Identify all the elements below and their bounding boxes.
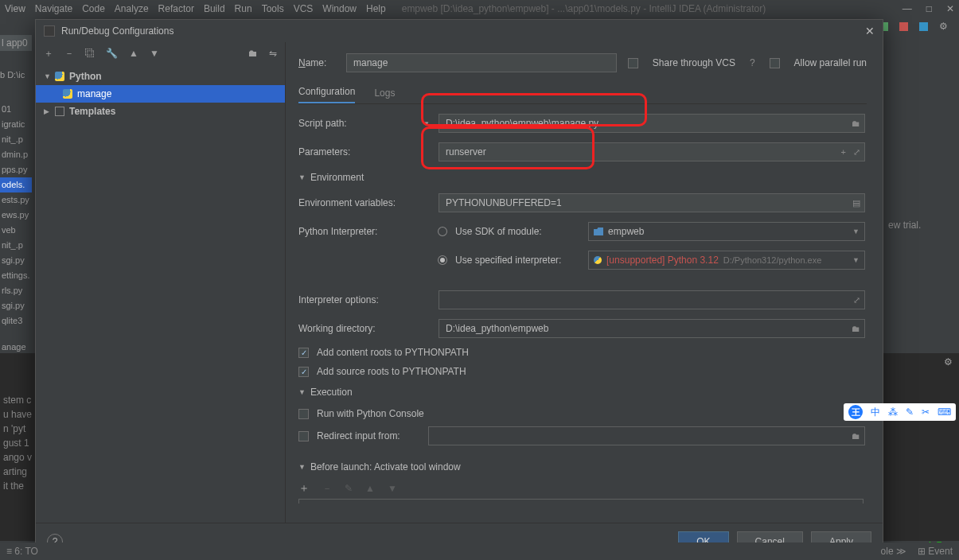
interp-options-label: Interpreter options: [298, 294, 415, 305]
gear-icon[interactable]: ⚙ [939, 21, 948, 32]
ime-item[interactable]: 中 [871, 406, 880, 419]
menu-item[interactable]: Help [366, 3, 386, 14]
ime-item[interactable]: ⁂ [888, 406, 898, 418]
file-row[interactable]: dmin.p [0, 147, 32, 162]
interpreter-select[interactable]: [unsupported] Python 3.12 D:/Python312/p… [588, 251, 865, 270]
down-icon[interactable]: ▼ [388, 483, 397, 494]
ime-badge-icon[interactable]: 王 [848, 405, 863, 419]
edit-icon[interactable]: ✎ [345, 483, 353, 494]
folder-icon[interactable]: 🖿 [248, 48, 258, 59]
chevron-down-icon: ▼ [852, 228, 860, 235]
add-source-checkbox[interactable] [298, 367, 309, 377]
intellij-icon [44, 25, 55, 37]
use-sdk-radio[interactable] [438, 227, 447, 236]
up-icon[interactable]: ▲ [365, 483, 375, 494]
menu-item[interactable]: Tools [262, 3, 284, 14]
down-icon[interactable]: ▼ [150, 48, 159, 59]
run-console-checkbox[interactable] [298, 409, 309, 419]
tree-templates[interactable]: ▶ Templates [36, 103, 285, 120]
chevron-down-icon: ▼ [298, 388, 306, 396]
file-row[interactable]: 01 [0, 102, 32, 117]
file-row[interactable]: nit_.p [0, 238, 32, 253]
module-name: empweb [608, 226, 644, 237]
menu-item[interactable]: Refactor [158, 3, 194, 14]
menu-item[interactable]: Analyze [115, 3, 149, 14]
file-row[interactable]: ests.py [0, 192, 32, 208]
file-row[interactable]: odels. [0, 177, 32, 192]
menu-item[interactable]: Window [322, 3, 357, 14]
config-sidebar: ＋ － ⿻ 🔧 ▲ ▼ 🖿 ⇋ ▼ Python manage [36, 42, 286, 523]
ime-item[interactable]: ✂ [922, 406, 930, 418]
ime-item[interactable]: ✎ [906, 406, 914, 418]
file-row[interactable]: nit_.p [0, 132, 32, 147]
redirect-checkbox[interactable] [298, 431, 309, 441]
expand-icon[interactable]: ⤢ [853, 147, 860, 158]
status-item[interactable]: ⊞ Event [918, 546, 953, 557]
minimize-icon[interactable]: — [902, 3, 912, 14]
redirect-input[interactable] [428, 426, 865, 445]
plus-icon[interactable]: + [841, 147, 846, 157]
use-specified-radio[interactable] [438, 255, 447, 265]
file-row[interactable]: qlite3 [0, 313, 32, 329]
menu-item[interactable]: Navigate [35, 3, 72, 14]
module-select[interactable]: empweb ▼ [588, 222, 865, 241]
maximize-icon[interactable]: □ [926, 3, 932, 14]
status-left[interactable]: ≡ 6: TO [6, 546, 38, 557]
file-row[interactable]: ews.py [0, 208, 32, 223]
config-tabs: Configuration Logs [298, 80, 867, 104]
environment-section[interactable]: ▼ Environment [298, 166, 865, 189]
file-row[interactable]: sgi.py [0, 253, 32, 268]
add-icon[interactable]: ＋ [44, 47, 53, 60]
menu-item[interactable]: View [5, 3, 25, 14]
before-launch-section[interactable]: ▼ Before launch: Activate tool window [298, 456, 865, 478]
name-input[interactable] [346, 53, 617, 72]
remove-icon[interactable]: － [322, 482, 332, 496]
chevron-down-icon[interactable]: ▼ [423, 120, 431, 127]
file-row[interactable]: sgi.py [0, 298, 32, 313]
menu-item[interactable]: Code [82, 3, 105, 14]
up-icon[interactable]: ▲ [129, 48, 138, 59]
parameters-input[interactable] [439, 142, 865, 161]
close-icon[interactable]: ✕ [865, 25, 875, 37]
add-icon[interactable]: ＋ [298, 481, 310, 496]
file-row[interactable]: ettings. [0, 268, 32, 283]
file-row[interactable]: rls.py [0, 283, 32, 298]
editor-tab[interactable]: l app0 [0, 35, 32, 51]
share-vcs-checkbox[interactable] [628, 58, 638, 68]
remove-icon[interactable]: － [64, 47, 74, 60]
wrench-icon[interactable]: 🔧 [106, 48, 118, 59]
gear-icon[interactable]: ⚙ [944, 355, 953, 369]
file-row[interactable]: veb [0, 223, 32, 238]
ime-item[interactable]: ⌨ [938, 406, 951, 418]
browse-icon[interactable]: 🖿 [852, 324, 860, 333]
env-vars-input[interactable] [439, 193, 865, 212]
close-window-icon[interactable]: ✕ [946, 3, 954, 14]
tab-configuration[interactable]: Configuration [298, 86, 355, 103]
menu-item[interactable]: VCS [294, 3, 314, 14]
status-item[interactable]: ole ≫ [881, 546, 906, 557]
list-icon[interactable]: ▤ [852, 198, 860, 208]
menu-item[interactable]: Run [235, 3, 252, 14]
tab-logs[interactable]: Logs [374, 88, 395, 103]
copy-icon[interactable]: ⿻ [85, 48, 95, 59]
tree-manage[interactable]: manage [36, 85, 285, 103]
execution-section[interactable]: ▼ Execution [298, 381, 865, 403]
expand-icon[interactable]: ⤢ [853, 295, 860, 305]
layout-icon[interactable] [919, 22, 928, 31]
interp-options-input[interactable] [439, 290, 865, 309]
file-row[interactable]: pps.py [0, 162, 32, 177]
menu-item[interactable]: Build [204, 3, 225, 14]
stop-icon[interactable] [899, 22, 908, 31]
browse-icon[interactable]: 🖿 [852, 119, 860, 128]
add-content-checkbox[interactable] [298, 348, 309, 358]
tree-python[interactable]: ▼ Python [36, 68, 285, 85]
browse-icon[interactable]: 🖿 [852, 431, 860, 441]
working-dir-input[interactable] [439, 319, 865, 338]
collapse-icon[interactable]: ⇋ [269, 48, 277, 59]
file-row[interactable]: igratic [0, 117, 32, 132]
ime-overlay[interactable]: 王 中 ⁂ ✎ ✂ ⌨ [844, 403, 956, 421]
allow-parallel-checkbox[interactable] [770, 58, 780, 68]
tree-label: manage [77, 88, 111, 99]
help-icon[interactable]: ? [750, 57, 755, 68]
script-path-input[interactable] [439, 114, 865, 133]
